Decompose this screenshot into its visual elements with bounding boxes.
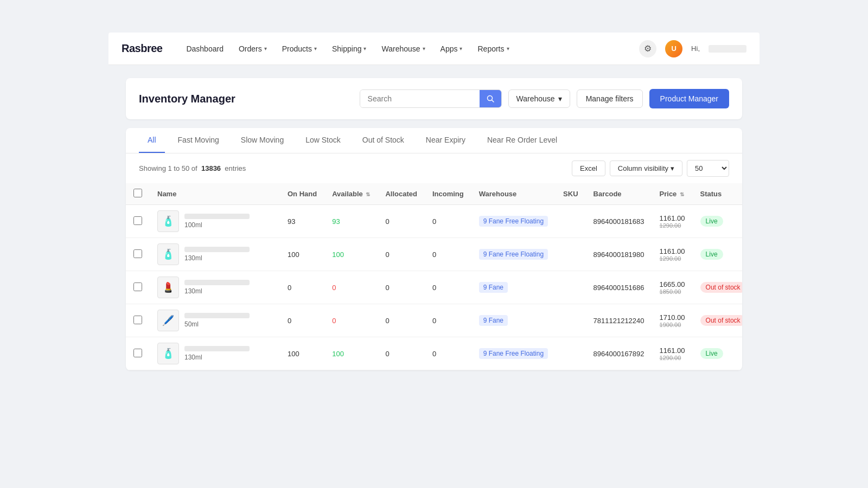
barcode-cell: 8964000167892 xyxy=(586,337,652,370)
barcode-cell: 8964000151686 xyxy=(586,271,652,304)
price-current: 1161.00 xyxy=(660,214,685,222)
status-badge: Out of stock xyxy=(700,282,742,293)
incoming-cell: 0 xyxy=(425,337,471,370)
nav-dashboard[interactable]: Dashboard xyxy=(180,40,230,57)
tab-slow-moving[interactable]: Slow Moving xyxy=(232,128,292,153)
tab-near-reorder[interactable]: Near Re Order Level xyxy=(478,128,566,153)
avatar: U xyxy=(665,40,682,57)
search-box xyxy=(360,89,502,108)
nav-shipping[interactable]: Shipping ▾ xyxy=(326,40,373,57)
th-available[interactable]: Available ⇅ xyxy=(324,183,378,205)
search-input[interactable] xyxy=(360,90,480,107)
th-name[interactable]: Name xyxy=(150,183,280,205)
row-checkbox-cell xyxy=(126,205,150,238)
tab-low-stock[interactable]: Low Stock xyxy=(297,128,349,153)
incoming-cell: 0 xyxy=(425,205,471,238)
row-checkbox-cell xyxy=(126,304,150,337)
nav-reports[interactable]: Reports ▾ xyxy=(471,40,515,57)
sku-cell xyxy=(556,304,585,337)
nav-orders[interactable]: Orders ▾ xyxy=(232,40,273,57)
username-display xyxy=(709,45,746,53)
price-cell: 1161.00 1290.00 xyxy=(652,205,693,238)
price-cell: 1161.00 1290.00 xyxy=(652,238,693,271)
product-name-blurred xyxy=(184,313,250,318)
sku-cell xyxy=(556,205,585,238)
price-current: 1161.00 xyxy=(660,346,685,355)
warehouse-tag: 9 Fane Free Floating xyxy=(479,216,548,227)
product-image: 🧴 xyxy=(157,343,179,364)
warehouse-tag: 9 Fane xyxy=(479,315,508,326)
settings-gear-button[interactable]: ⚙ xyxy=(639,40,656,57)
allocated-cell: 0 xyxy=(378,238,425,271)
th-incoming: Incoming xyxy=(425,183,471,205)
nav-apps[interactable]: Apps ▾ xyxy=(434,40,469,57)
price-current: 1161.00 xyxy=(660,247,685,255)
price-current: 1665.00 xyxy=(660,280,685,288)
th-price[interactable]: Price ⇅ xyxy=(652,183,693,205)
table-row: 🧴 130ml 100 100 0 0 9 Fane Free Floating… xyxy=(126,337,742,370)
row-checkbox-cell xyxy=(126,271,150,304)
product-name-cell: 🧴 100ml xyxy=(150,205,280,238)
product-image: 🧴 xyxy=(157,243,179,265)
price-old: 1290.00 xyxy=(660,255,685,262)
tabs-row: All Fast Moving Slow Moving Low Stock Ou… xyxy=(126,128,742,153)
row-checkbox[interactable] xyxy=(133,349,142,357)
brand-logo: Rasbree xyxy=(122,42,162,55)
nav-products[interactable]: Products ▾ xyxy=(276,40,323,57)
shipping-chevron-icon: ▾ xyxy=(363,46,366,52)
th-barcode: Barcode xyxy=(586,183,652,205)
warehouse-dropdown[interactable]: Warehouse ▾ xyxy=(508,89,570,108)
warehouse-cell: 9 Fane Free Floating xyxy=(471,337,556,370)
reports-chevron-icon: ▾ xyxy=(507,46,509,52)
warehouse-chevron-icon: ▾ xyxy=(423,46,425,52)
select-all-checkbox[interactable] xyxy=(133,189,142,197)
th-sku: SKU xyxy=(556,183,585,205)
price-old: 1290.00 xyxy=(660,222,685,229)
search-button[interactable] xyxy=(480,90,501,107)
available-cell: 93 xyxy=(324,205,378,238)
incoming-cell: 0 xyxy=(425,271,471,304)
available-sort-icon: ⇅ xyxy=(366,191,370,197)
status-badge: Live xyxy=(700,216,723,227)
product-info: 130ml xyxy=(184,280,250,295)
price-current: 1710.00 xyxy=(660,313,685,322)
orders-chevron-icon: ▾ xyxy=(264,46,267,52)
excel-button[interactable]: Excel xyxy=(572,160,605,176)
th-status: Status xyxy=(693,183,742,205)
per-page-select[interactable]: 50 100 200 xyxy=(687,160,729,177)
manage-filters-button[interactable]: Manage filters xyxy=(577,89,643,108)
row-checkbox[interactable] xyxy=(133,249,142,258)
navbar: Rasbree Dashboard Orders ▾ Products ▾ Sh… xyxy=(108,33,760,65)
row-checkbox-cell xyxy=(126,337,150,370)
table-actions: Excel Column visibility ▾ 50 100 200 xyxy=(572,160,729,177)
product-name-cell: 🧴 130ml xyxy=(150,337,280,370)
product-name-blurred xyxy=(184,280,250,285)
tab-near-expiry[interactable]: Near Expiry xyxy=(417,128,474,153)
row-checkbox[interactable] xyxy=(133,316,142,324)
table-row: 💄 130ml 0 0 0 0 9 Fane 8964000151686 166… xyxy=(126,271,742,304)
warehouse-tag: 9 Fane Free Floating xyxy=(479,249,548,260)
allocated-cell: 0 xyxy=(378,337,425,370)
tab-fast-moving[interactable]: Fast Moving xyxy=(169,128,228,153)
row-checkbox[interactable] xyxy=(133,216,142,225)
sku-cell xyxy=(556,337,585,370)
product-name-cell: 🖊️ 50ml xyxy=(150,304,280,337)
sku-cell xyxy=(556,238,585,271)
row-checkbox[interactable] xyxy=(133,282,142,291)
warehouse-cell: 9 Fane Free Floating xyxy=(471,238,556,271)
tab-out-of-stock[interactable]: Out of Stock xyxy=(354,128,413,153)
product-name-blurred xyxy=(184,247,250,252)
warehouse-tag: 9 Fane Free Floating xyxy=(479,348,548,359)
price-cell: 1710.00 1900.00 xyxy=(652,304,693,337)
th-warehouse: Warehouse xyxy=(471,183,556,205)
on-hand-cell: 100 xyxy=(280,337,324,370)
product-manager-button[interactable]: Product Manager xyxy=(649,89,729,108)
status-cell: Out of stock xyxy=(693,271,742,304)
status-badge: Live xyxy=(700,249,723,260)
page-title: Inventory Manager xyxy=(139,93,235,105)
warehouse-cell: 9 Fane xyxy=(471,271,556,304)
search-icon xyxy=(486,94,495,103)
tab-all[interactable]: All xyxy=(139,128,165,153)
nav-warehouse[interactable]: Warehouse ▾ xyxy=(375,40,431,57)
column-visibility-button[interactable]: Column visibility ▾ xyxy=(610,160,682,176)
